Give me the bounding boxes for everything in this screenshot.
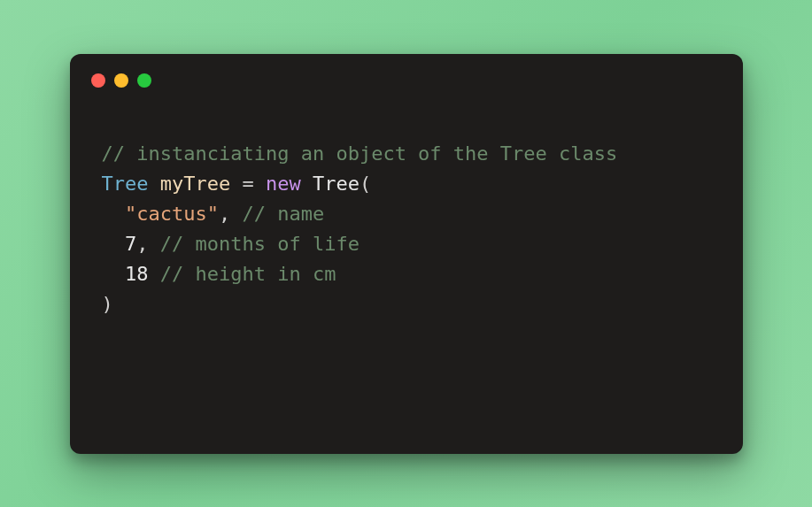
code-punctuation: ( <box>360 173 371 195</box>
code-number: 18 <box>125 263 149 285</box>
code-window: // instanciating an object of the Tree c… <box>70 54 743 454</box>
code-punctuation: , <box>219 203 230 225</box>
code-punctuation: , <box>136 233 148 255</box>
code-comment: // name <box>242 203 324 225</box>
code-comment: // height in cm <box>160 263 336 285</box>
code-indent <box>102 203 126 225</box>
code-keyword: new <box>266 173 301 195</box>
code-indent <box>102 233 126 255</box>
close-icon[interactable] <box>91 73 105 88</box>
code-identifier: myTree <box>160 173 230 195</box>
titlebar <box>70 54 743 88</box>
code-classname: Tree <box>313 173 360 195</box>
code-operator: = <box>242 173 253 195</box>
code-indent <box>102 263 126 285</box>
code-comment: // instanciating an object of the Tree c… <box>102 142 618 165</box>
code-string: "cactus" <box>125 203 219 225</box>
code-block: // instanciating an object of the Tree c… <box>70 88 743 338</box>
maximize-icon[interactable] <box>137 73 151 88</box>
code-type: Tree <box>102 173 149 195</box>
minimize-icon[interactable] <box>114 73 128 88</box>
code-comment: // months of life <box>160 233 360 255</box>
code-number: 7 <box>125 233 136 255</box>
code-punctuation: ) <box>102 293 113 315</box>
